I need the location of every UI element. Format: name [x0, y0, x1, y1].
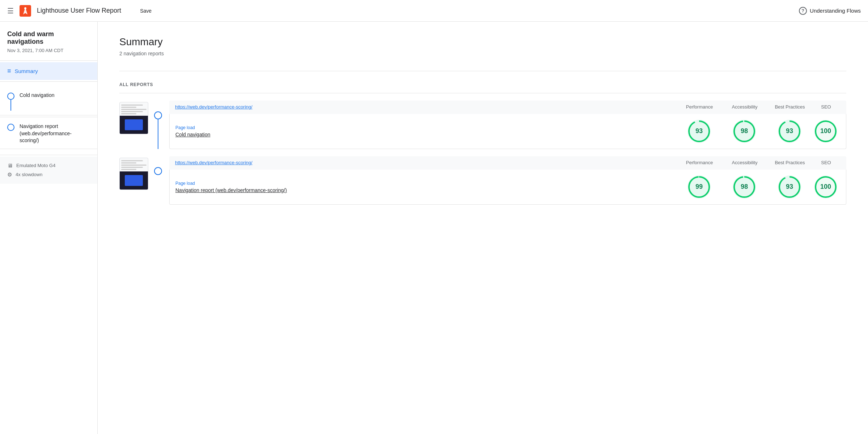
report-thumbnail-2 — [119, 158, 148, 190]
report-name-1[interactable]: Cold navigation — [175, 132, 677, 137]
score-circle-performance-2: 99 — [688, 175, 711, 199]
app-header: ☰ Lighthouse User Flow Report Save ? Und… — [0, 0, 868, 22]
thumb-line — [121, 167, 143, 168]
lighthouse-logo — [20, 5, 31, 17]
col-header-accessibility-1: Accessibility — [721, 104, 768, 110]
summary-list-icon: ≡ — [7, 67, 11, 75]
score-circle-accessibility-1: 98 — [733, 120, 756, 143]
score-performance-1: 93 — [677, 120, 721, 143]
report-body-1: https://web.dev/performance-scoring/ Per… — [169, 101, 846, 149]
report-body-2: https://web.dev/performance-scoring/ Per… — [169, 156, 846, 205]
col-header-seo-2: SEO — [812, 160, 841, 166]
thumb-blue-bar-2 — [125, 175, 143, 186]
thumb-line — [121, 107, 136, 108]
thumb-line — [121, 165, 146, 166]
thumb-dark — [120, 116, 148, 134]
score-seo-1: 100 — [811, 120, 840, 143]
col-header-url-1[interactable]: https://web.dev/performance-scoring/ — [175, 104, 678, 110]
monitor-icon: 🖥 — [7, 162, 13, 169]
report-name-2[interactable]: Navigation report (web.dev/performance-s… — [175, 187, 677, 193]
thumb-line — [121, 160, 143, 161]
report-type-1: Page load — [175, 125, 677, 130]
save-button[interactable]: Save — [136, 6, 156, 16]
score-accessibility-2: 98 — [721, 175, 768, 199]
thumb-line — [121, 162, 136, 163]
summary-section: Summary 2 navigation reports — [119, 36, 846, 56]
col-header-accessibility-2: Accessibility — [721, 160, 768, 166]
score-val-best-practices-2: 93 — [786, 183, 793, 191]
col-header-performance-2: Performance — [678, 160, 721, 166]
connector-line-1 — [158, 119, 158, 149]
score-val-accessibility-1: 98 — [741, 127, 748, 135]
report-header-row-2: https://web.dev/performance-scoring/ Per… — [169, 156, 846, 170]
nav-circle-2 — [7, 124, 14, 131]
score-performance-2: 99 — [677, 175, 721, 199]
header-left: ☰ Lighthouse User Flow Report Save — [7, 5, 156, 17]
device-item-monitor: 🖥 Emulated Moto G4 — [7, 162, 90, 169]
sidebar-item-cold-navigation[interactable]: Cold navigation — [0, 88, 97, 115]
report-connector-1 — [154, 101, 162, 149]
header-title: Lighthouse User Flow Report — [37, 7, 121, 14]
col-header-best-practices-2: Best Practices — [768, 160, 812, 166]
score-circle-performance-1: 93 — [688, 120, 711, 143]
summary-subtitle: 2 navigation reports — [119, 51, 846, 56]
report-header-row-1: https://web.dev/performance-scoring/ Per… — [169, 101, 846, 114]
score-circle-accessibility-2: 98 — [733, 175, 756, 199]
col-header-seo-1: SEO — [812, 104, 841, 110]
sidebar-divider-1 — [0, 60, 97, 61]
header-right: ? Understanding Flows — [799, 7, 861, 15]
sidebar-item-label-1: Cold navigation — [20, 92, 55, 99]
score-best-practices-1: 93 — [768, 120, 811, 143]
understanding-flows-link[interactable]: Understanding Flows — [810, 8, 861, 14]
thumb-line — [121, 169, 136, 170]
reports-divider — [119, 93, 846, 93]
col-header-performance-1: Performance — [678, 104, 721, 110]
sidebar-item-label-2: Navigation report (web.dev/performance-s… — [20, 123, 90, 144]
sidebar-divider-2 — [0, 81, 97, 82]
report-card-1: https://web.dev/performance-scoring/ Per… — [119, 101, 846, 149]
score-val-seo-2: 100 — [820, 183, 831, 191]
sidebar-item-navigation-report[interactable]: Navigation report (web.dev/performance-s… — [0, 119, 97, 149]
report-thumbnail-1 — [119, 102, 148, 134]
connector-circle-2 — [154, 167, 162, 175]
content-divider — [119, 71, 846, 71]
device-item-slowdown: ⚙ 4x slowdown — [7, 171, 90, 178]
report-info-2: Page load Navigation report (web.dev/per… — [175, 181, 677, 193]
sidebar-item-summary[interactable]: ≡ Summary — [0, 62, 97, 80]
question-icon: ? — [799, 7, 807, 15]
score-best-practices-2: 93 — [768, 175, 811, 199]
col-header-best-practices-1: Best Practices — [768, 104, 812, 110]
nav-circle-container-1 — [7, 92, 14, 111]
report-card-2: https://web.dev/performance-scoring/ Per… — [119, 156, 846, 205]
sidebar-divider-4 — [0, 155, 97, 155]
score-val-performance-2: 99 — [695, 183, 703, 191]
project-date: Nov 3, 2021, 7:00 AM CDT — [7, 48, 90, 53]
thumb-blue-bar — [125, 119, 143, 130]
summary-label: Summary — [15, 68, 38, 74]
score-circle-best-practices-2: 93 — [778, 175, 801, 199]
score-val-seo-1: 100 — [820, 127, 831, 135]
sidebar: Cold and warm navigations Nov 3, 2021, 7… — [0, 22, 98, 434]
score-accessibility-1: 98 — [721, 120, 768, 143]
thumb-line — [121, 109, 146, 110]
score-val-performance-1: 93 — [695, 127, 703, 135]
project-title: Cold and warm navigations — [7, 30, 90, 46]
main-layout: Cold and warm navigations Nov 3, 2021, 7… — [0, 22, 868, 434]
report-url-1[interactable]: https://web.dev/performance-scoring/ — [175, 104, 252, 110]
nav-circle-container-2 — [7, 123, 14, 131]
menu-icon[interactable]: ☰ — [7, 7, 14, 15]
thumb-line — [121, 105, 143, 106]
report-data-row-2: Page load Navigation report (web.dev/per… — [169, 170, 846, 205]
score-circle-best-practices-1: 93 — [778, 120, 801, 143]
score-val-best-practices-1: 93 — [786, 127, 793, 135]
score-circle-seo-2: 100 — [814, 175, 837, 199]
thumb-line — [121, 113, 136, 114]
device-label: Emulated Moto G4 — [16, 163, 55, 168]
report-url-2[interactable]: https://web.dev/performance-scoring/ — [175, 160, 252, 165]
summary-title: Summary — [119, 36, 846, 48]
report-type-2: Page load — [175, 181, 677, 186]
cpu-icon: ⚙ — [7, 171, 12, 178]
report-data-row-1: Page load Cold navigation 93 — [169, 114, 846, 149]
report-info-1: Page load Cold navigation — [175, 125, 677, 137]
col-header-url-2[interactable]: https://web.dev/performance-scoring/ — [175, 160, 678, 166]
